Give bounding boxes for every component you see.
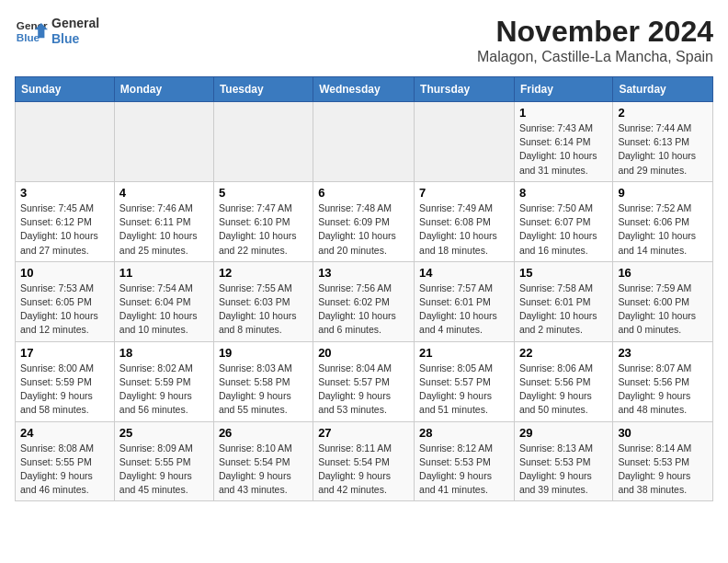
page-header: General Blue General Blue November 2024 … [15,15,713,65]
day-number: 12 [219,266,308,280]
day-number: 25 [119,426,209,440]
calendar-cell: 18Sunrise: 8:02 AMSunset: 5:59 PMDayligh… [114,341,213,421]
day-number: 6 [318,186,409,200]
logo-icon: General Blue [15,15,48,48]
day-info: Sunrise: 7:50 AMSunset: 6:07 PMDaylight:… [519,201,608,258]
calendar-cell [114,102,213,182]
weekday-header-thursday: Thursday [415,77,515,102]
day-number: 10 [20,266,109,280]
day-number: 16 [618,266,708,280]
day-info: Sunrise: 8:02 AMSunset: 5:59 PMDaylight:… [119,362,209,418]
day-info: Sunrise: 8:09 AMSunset: 5:55 PMDaylight:… [119,442,209,498]
calendar-cell: 30Sunrise: 8:14 AMSunset: 5:53 PMDayligh… [613,421,713,501]
day-info: Sunrise: 8:08 AMSunset: 5:55 PMDaylight:… [20,442,109,498]
day-number: 19 [219,346,308,360]
day-number: 30 [618,426,708,440]
calendar-cell: 22Sunrise: 8:06 AMSunset: 5:56 PMDayligh… [514,341,612,421]
calendar-cell: 28Sunrise: 8:12 AMSunset: 5:53 PMDayligh… [415,421,515,501]
day-info: Sunrise: 7:44 AMSunset: 6:13 PMDaylight:… [618,121,708,178]
calendar-cell [313,102,415,182]
weekday-header-monday: Monday [114,77,213,102]
day-number: 17 [20,346,109,360]
day-number: 11 [119,266,209,280]
day-number: 28 [419,426,509,440]
calendar-table: SundayMondayTuesdayWednesdayThursdayFrid… [15,76,713,501]
day-number: 22 [519,346,608,360]
day-number: 23 [618,346,708,360]
calendar-cell: 20Sunrise: 8:04 AMSunset: 5:57 PMDayligh… [313,341,415,421]
logo-text-blue: Blue [51,31,99,47]
location: Malagon, Castille-La Mancha, Spain [477,49,713,65]
calendar-cell: 25Sunrise: 8:09 AMSunset: 5:55 PMDayligh… [114,421,213,501]
calendar-cell: 8Sunrise: 7:50 AMSunset: 6:07 PMDaylight… [514,181,612,261]
day-info: Sunrise: 7:46 AMSunset: 6:11 PMDaylight:… [119,201,209,258]
day-info: Sunrise: 7:56 AMSunset: 6:02 PMDaylight:… [318,282,409,338]
calendar-cell: 15Sunrise: 7:58 AMSunset: 6:01 PMDayligh… [514,261,612,341]
day-number: 18 [119,346,209,360]
calendar-cell: 11Sunrise: 7:54 AMSunset: 6:04 PMDayligh… [114,261,213,341]
day-info: Sunrise: 8:07 AMSunset: 5:56 PMDaylight:… [618,362,708,418]
day-number: 21 [419,346,509,360]
day-number: 20 [318,346,409,360]
day-number: 7 [419,186,509,200]
day-number: 1 [519,106,608,120]
day-info: Sunrise: 8:10 AMSunset: 5:54 PMDaylight:… [219,442,308,498]
day-info: Sunrise: 7:58 AMSunset: 6:01 PMDaylight:… [519,282,608,338]
logo: General Blue General Blue [15,15,99,48]
day-info: Sunrise: 7:55 AMSunset: 6:03 PMDaylight:… [219,282,308,338]
day-info: Sunrise: 8:03 AMSunset: 5:58 PMDaylight:… [219,362,308,418]
calendar-cell: 12Sunrise: 7:55 AMSunset: 6:03 PMDayligh… [213,261,313,341]
day-info: Sunrise: 8:00 AMSunset: 5:59 PMDaylight:… [20,362,109,418]
day-info: Sunrise: 8:14 AMSunset: 5:53 PMDaylight:… [618,442,708,498]
calendar-cell: 24Sunrise: 8:08 AMSunset: 5:55 PMDayligh… [16,421,115,501]
calendar-cell: 2Sunrise: 7:44 AMSunset: 6:13 PMDaylight… [613,102,713,182]
day-info: Sunrise: 8:12 AMSunset: 5:53 PMDaylight:… [419,442,509,498]
calendar-cell: 9Sunrise: 7:52 AMSunset: 6:06 PMDaylight… [613,181,713,261]
calendar-cell: 7Sunrise: 7:49 AMSunset: 6:08 PMDaylight… [415,181,515,261]
calendar-cell: 13Sunrise: 7:56 AMSunset: 6:02 PMDayligh… [313,261,415,341]
calendar-cell: 16Sunrise: 7:59 AMSunset: 6:00 PMDayligh… [613,261,713,341]
weekday-header-friday: Friday [514,77,612,102]
weekday-header-sunday: Sunday [16,77,115,102]
calendar-cell: 14Sunrise: 7:57 AMSunset: 6:01 PMDayligh… [415,261,515,341]
calendar-cell: 5Sunrise: 7:47 AMSunset: 6:10 PMDaylight… [213,181,313,261]
day-number: 15 [519,266,608,280]
weekday-header-saturday: Saturday [613,77,713,102]
calendar-cell: 23Sunrise: 8:07 AMSunset: 5:56 PMDayligh… [613,341,713,421]
calendar-cell: 29Sunrise: 8:13 AMSunset: 5:53 PMDayligh… [514,421,612,501]
day-info: Sunrise: 8:04 AMSunset: 5:57 PMDaylight:… [318,362,409,418]
calendar-cell: 3Sunrise: 7:45 AMSunset: 6:12 PMDaylight… [16,181,115,261]
calendar-cell: 27Sunrise: 8:11 AMSunset: 5:54 PMDayligh… [313,421,415,501]
calendar-cell: 26Sunrise: 8:10 AMSunset: 5:54 PMDayligh… [213,421,313,501]
day-number: 9 [618,186,708,200]
calendar-cell: 6Sunrise: 7:48 AMSunset: 6:09 PMDaylight… [313,181,415,261]
calendar-cell: 21Sunrise: 8:05 AMSunset: 5:57 PMDayligh… [415,341,515,421]
day-info: Sunrise: 7:47 AMSunset: 6:10 PMDaylight:… [219,201,308,258]
calendar-cell: 19Sunrise: 8:03 AMSunset: 5:58 PMDayligh… [213,341,313,421]
day-info: Sunrise: 8:13 AMSunset: 5:53 PMDaylight:… [519,442,608,498]
day-info: Sunrise: 7:43 AMSunset: 6:14 PMDaylight:… [519,121,608,178]
weekday-header-wednesday: Wednesday [313,77,415,102]
day-info: Sunrise: 7:52 AMSunset: 6:06 PMDaylight:… [618,201,708,258]
calendar-cell: 10Sunrise: 7:53 AMSunset: 6:05 PMDayligh… [16,261,115,341]
day-info: Sunrise: 7:48 AMSunset: 6:09 PMDaylight:… [318,201,409,258]
day-number: 2 [618,106,708,120]
calendar-cell: 4Sunrise: 7:46 AMSunset: 6:11 PMDaylight… [114,181,213,261]
weekday-header-tuesday: Tuesday [213,77,313,102]
day-number: 3 [20,186,109,200]
calendar-cell [213,102,313,182]
day-info: Sunrise: 7:59 AMSunset: 6:00 PMDaylight:… [618,282,708,338]
day-info: Sunrise: 7:45 AMSunset: 6:12 PMDaylight:… [20,201,109,258]
day-info: Sunrise: 7:57 AMSunset: 6:01 PMDaylight:… [419,282,509,338]
calendar-cell: 17Sunrise: 8:00 AMSunset: 5:59 PMDayligh… [16,341,115,421]
day-info: Sunrise: 7:53 AMSunset: 6:05 PMDaylight:… [20,282,109,338]
day-number: 29 [519,426,608,440]
month-title: November 2024 [477,15,713,49]
day-info: Sunrise: 7:49 AMSunset: 6:08 PMDaylight:… [419,201,509,258]
day-info: Sunrise: 8:11 AMSunset: 5:54 PMDaylight:… [318,442,409,498]
day-info: Sunrise: 8:05 AMSunset: 5:57 PMDaylight:… [419,362,509,418]
calendar-cell [16,102,115,182]
logo-text-general: General [51,16,99,31]
day-number: 4 [119,186,209,200]
title-block: November 2024 Malagon, Castille-La Manch… [477,15,713,65]
